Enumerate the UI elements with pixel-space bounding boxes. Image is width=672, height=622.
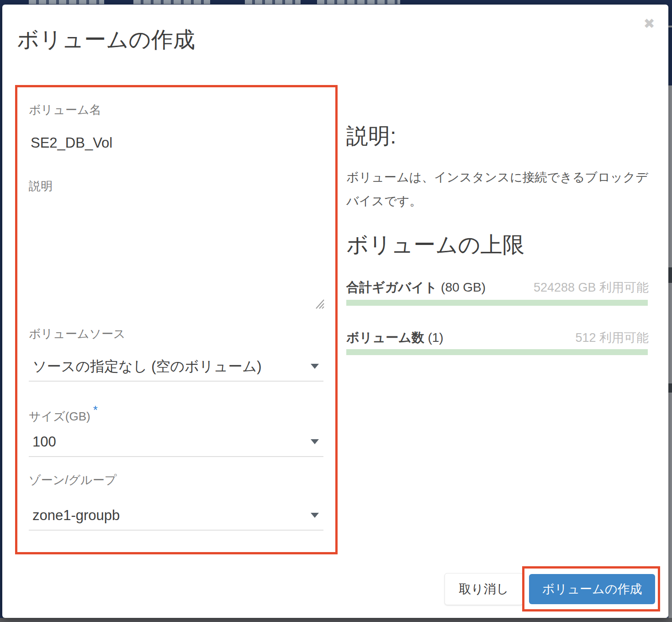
quota-row-volumes: ボリューム数 (1) 512 利用可能 [346,329,649,346]
quota-row-gigabytes: 合計ギガバイト (80 GB) 524288 GB 利用可能 [346,279,649,296]
create-volume-button[interactable]: ボリュームの作成 [529,574,655,604]
create-volume-modal: ボリュームの作成 ✖ ボリューム名 説明 ボリュームソース ソースの指定なし (… [2,5,668,618]
zone-group-value: zone1-groupb [29,507,311,524]
background-edge-strip [668,85,672,618]
quota-volumes-available: 512 利用可能 [575,330,649,346]
size-value: 100 [29,434,311,450]
volume-source-value: ソースの指定なし (空のボリューム) [29,357,311,376]
description-textarea[interactable] [29,197,323,305]
required-asterisk: * [93,403,98,417]
volume-source-select[interactable]: ソースの指定なし (空のボリューム) [29,352,323,382]
cancel-button[interactable]: 取り消し [444,573,523,605]
help-description-body: ボリュームは、インスタンスに接続できるブロックデバイスです。 [346,165,649,213]
quota-gigabytes-name: 合計ギガバイト [346,280,437,294]
chevron-down-icon [311,439,319,444]
quota-volumes-name: ボリューム数 [346,330,424,345]
background-bottom-strip [0,618,672,622]
background-nav-fragment [317,0,400,4]
size-select[interactable]: 100 [29,427,323,457]
size-label-text: サイズ(GB) [29,409,90,423]
background-nav-fragment [133,0,210,4]
zone-group-select[interactable]: zone1-groupb [29,501,323,531]
quota-gigabytes-progressbar [346,300,648,306]
quota-volumes-usage: (1) [428,330,443,345]
background-edge-mark [668,267,672,283]
volume-source-label: ボリュームソース [29,327,126,340]
size-label: サイズ(GB)* [29,403,98,423]
zone-group-label: ゾーン/グループ [29,473,116,487]
description-label: 説明 [29,179,53,193]
resize-handle-icon[interactable] [314,298,324,311]
chevron-down-icon [311,513,319,518]
background-nav-fragment [245,0,301,4]
quota-gigabytes-label: 合計ギガバイト (80 GB) [346,279,486,296]
volume-limits-heading: ボリュームの上限 [346,229,524,261]
modal-title: ボリュームの作成 [17,24,195,56]
background-edge-mark [668,383,672,393]
quota-volumes-progressbar [346,349,648,355]
quota-volumes-label: ボリューム数 (1) [346,329,444,346]
help-description-heading: 説明: [346,120,396,153]
quota-gigabytes-usage: (80 GB) [441,280,486,294]
background-edge-line [668,26,672,27]
close-icon[interactable]: ✖ [640,15,658,33]
volume-name-label: ボリューム名 [29,103,101,117]
quota-gigabytes-available: 524288 GB 利用可能 [534,279,649,296]
chevron-down-icon [311,364,319,369]
volume-name-input[interactable] [29,130,323,159]
screen: ボリュームの作成 ✖ ボリューム名 説明 ボリュームソース ソースの指定なし (… [0,0,672,622]
background-nav-fragment [29,0,104,4]
